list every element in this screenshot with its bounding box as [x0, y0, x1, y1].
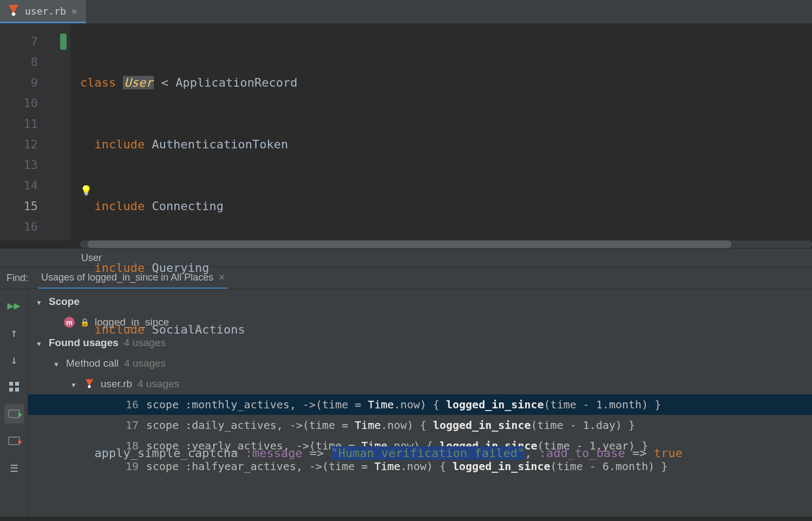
class-name: User [123, 76, 154, 89]
prev-occurrence-button[interactable]: ↑ [4, 323, 24, 342]
ruby-file-icon [8, 5, 19, 17]
keyword-class: class [80, 76, 116, 89]
line-number[interactable]: 12 [0, 134, 70, 155]
chevron-down-icon[interactable] [52, 357, 61, 369]
line-number[interactable]: 13 [0, 155, 70, 175]
method-call: apply_simple_captcha [95, 446, 238, 460]
rerun-icon: ▶▶ [7, 299, 20, 312]
group-button[interactable] [4, 377, 24, 396]
code-editor[interactable]: 7 8 9 10 11 12 13 14 15 16 class User < … [0, 24, 812, 240]
editor-tab-user-rb[interactable]: user.rb × [0, 0, 86, 23]
preview-add-icon [8, 409, 20, 418]
settings-button[interactable]: ☰ [4, 458, 24, 478]
grid-icon [9, 382, 19, 392]
editor-tab-bar: user.rb × [0, 0, 812, 24]
arrow-down-icon: ↓ [10, 353, 17, 367]
line-number[interactable]: 15 [0, 196, 70, 217]
find-label: Find: [6, 272, 28, 284]
include-module: Connecting [152, 199, 223, 213]
line-number[interactable]: 14 [0, 175, 70, 196]
close-icon[interactable]: × [71, 5, 77, 17]
rerun-button[interactable]: ▶▶ [4, 296, 24, 315]
filter-icon: ☰ [10, 463, 18, 474]
preview-usages-button[interactable] [4, 404, 24, 424]
intention-bulb-icon[interactable] [80, 180, 91, 191]
remove-usages-button[interactable] [4, 431, 24, 451]
arrow-up-icon: ↑ [10, 326, 17, 340]
line-number[interactable]: 11 [0, 114, 70, 134]
line-number[interactable]: 9 [0, 73, 70, 93]
superclass-name: ApplicationRecord [175, 76, 297, 89]
include-module: Querying [152, 261, 209, 275]
gutter[interactable]: 7 8 9 10 11 12 13 14 15 16 [0, 24, 70, 240]
find-toolbar: ▶▶ ↑ ↓ ☰ [0, 289, 28, 517]
chevron-down-icon[interactable] [35, 337, 43, 349]
line-number[interactable]: 16 [0, 217, 70, 237]
preview-remove-icon [8, 437, 20, 445]
code-area[interactable]: class User < ApplicationRecord include A… [70, 24, 812, 240]
line-number[interactable]: 8 [0, 52, 70, 73]
ruby-file-icon [84, 379, 94, 389]
include-module: SocialActions [152, 323, 245, 336]
string-literal: "Human verification failed" [331, 446, 525, 460]
next-occurrence-button[interactable]: ↓ [4, 350, 24, 369]
line-number[interactable]: 10 [0, 93, 70, 114]
tab-filename: user.rb [25, 5, 66, 17]
line-number[interactable]: 7 [0, 31, 70, 52]
include-module: AuthenticationToken [152, 138, 288, 151]
chevron-down-icon[interactable] [35, 296, 43, 308]
